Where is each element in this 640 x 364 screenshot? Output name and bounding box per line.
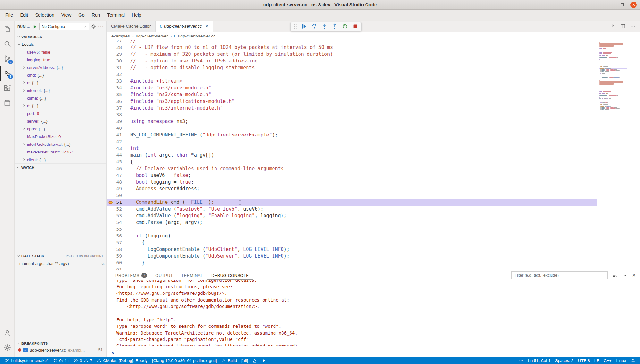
variables-section-header[interactable]: VARIABLES (15, 33, 106, 40)
code-line-54[interactable]: 54 cmd.Parse (argc, argv); (107, 219, 597, 226)
status-problems[interactable]: 07 (71, 357, 94, 364)
code-line-56[interactable]: 56 if (logging) (107, 233, 597, 239)
code-text[interactable]: // - UDP flow from n0 to n1 of 1024 byte… (130, 44, 597, 51)
code-line-30[interactable]: 30// - option to use IPv4 or IPv6 addres… (107, 58, 597, 64)
variable-internet[interactable]: internet:{...} (15, 87, 106, 94)
code-line-57[interactable]: 57 { (107, 239, 597, 246)
gutter-46[interactable]: 46 (107, 165, 130, 172)
variable-csma[interactable]: csma:{...} (15, 94, 106, 102)
variable-maxPacketCount[interactable]: maxPacketCount:32767 (15, 148, 106, 156)
gutter-43[interactable]: 43 (107, 145, 130, 152)
menu-go[interactable]: Go (75, 11, 88, 19)
status-indentation[interactable]: Spaces: 2 (553, 357, 576, 364)
gutter-47[interactable]: 47 (107, 172, 130, 179)
code-text[interactable]: LogComponentEnable ("UdpServer", LOG_LEV… (130, 253, 597, 260)
variable-d[interactable]: d:{...} (15, 102, 106, 110)
code-line-33[interactable]: 33#include <fstream> (107, 78, 597, 85)
gutter-29[interactable]: 29 (107, 51, 130, 58)
code-text[interactable] (130, 71, 597, 78)
code-line-53[interactable]: 53 cmd.AddValue ("logging", "Enable logg… (107, 212, 597, 219)
gutter-53[interactable]: 53 (107, 212, 130, 219)
code-line-59[interactable]: 59 LogComponentEnable ("UdpServer", LOG_… (107, 253, 597, 260)
code-text[interactable] (130, 138, 597, 145)
breakpoint-item[interactable]: ✓udp-client-server.ccexampl...51 (15, 346, 106, 354)
gutter-54[interactable]: 54 (107, 219, 130, 226)
code-line-43[interactable]: 43int (107, 145, 597, 152)
code-text[interactable]: #include "ns3/csma-module.h" (130, 91, 597, 98)
panel-tab-output[interactable]: OUTPUT (151, 270, 177, 280)
code-text[interactable]: // - option to disable logging statement… (130, 64, 597, 71)
code-line-28[interactable]: 28// - UDP flow from n0 to n1 of 1024 by… (107, 44, 597, 51)
menu-file[interactable]: File (2, 11, 16, 19)
code-line-61[interactable]: 61 (107, 266, 597, 270)
breakpoints-section-header[interactable]: BREAKPOINTS (15, 341, 106, 346)
variable-cmd[interactable]: cmd:{...} (15, 71, 106, 79)
code-text[interactable] (130, 226, 597, 233)
split-editor-icon[interactable] (620, 23, 626, 29)
stack-frame[interactable]: main(int argc, char ** argv)u. (15, 260, 106, 267)
gutter-33[interactable]: 33 (107, 78, 130, 85)
status-eol[interactable]: LF (592, 357, 602, 364)
code-line-34[interactable]: 34#include "ns3/core-module.h" (107, 85, 597, 91)
status-cmake-build[interactable]: Build (219, 357, 239, 364)
more-actions-icon[interactable]: ··· (98, 24, 104, 29)
code-text[interactable]: // - option to use IPv4 or IPv6 addressi… (130, 58, 597, 64)
code-line-29[interactable]: 29// - maximum of 320 packets sent (or l… (107, 51, 597, 58)
gutter-49[interactable]: 49 (107, 186, 130, 192)
code-text[interactable]: bool useV6 = false; (130, 172, 597, 179)
gutter-58[interactable]: 58 (107, 246, 130, 253)
gutter-35[interactable]: 35 (107, 91, 130, 98)
code-line-50[interactable]: 50 (107, 192, 597, 199)
gutter-40[interactable]: 40 (107, 125, 130, 132)
status-broadcast[interactable] (517, 357, 526, 364)
gutter-59[interactable]: 59 (107, 253, 130, 260)
launch-settings-gear-icon[interactable] (91, 24, 96, 29)
code-text[interactable]: NS_LOG_COMPONENT_DEFINE ("UdpClientServe… (130, 132, 597, 138)
code-text[interactable]: // - maximum of 320 packets sent (or lim… (130, 51, 597, 58)
step-into-button[interactable] (321, 23, 328, 30)
variable-logging[interactable]: logging:true (15, 56, 106, 63)
code-text[interactable]: #include "ns3/internet-module.h" (130, 105, 597, 112)
gutter-52[interactable]: 52 (107, 206, 130, 212)
code-text[interactable]: } (130, 260, 597, 266)
breadcrumb-item[interactable]: examples (111, 34, 130, 38)
code-line-36[interactable]: 36#include "ns3/applications-module.h" (107, 98, 597, 105)
gutter-38[interactable]: 38 (107, 112, 130, 118)
code-text[interactable] (130, 192, 597, 199)
more-actions-icon[interactable] (630, 23, 636, 29)
variable-serverAddress[interactable]: serverAddress:{...} (15, 63, 106, 71)
gutter-32[interactable]: 32 (107, 71, 130, 78)
code-text[interactable] (130, 125, 597, 132)
maximize-button[interactable] (619, 1, 626, 8)
status-git-branch[interactable]: buildsystem-cmake* (3, 357, 51, 364)
start-debugging-icon[interactable] (32, 24, 38, 29)
code-line-48[interactable]: 48 bool logging = true; (107, 179, 597, 186)
restart-button[interactable] (342, 23, 348, 30)
code-text[interactable]: // Declare variables used in command-lin… (130, 165, 597, 172)
activity-manage[interactable] (0, 340, 14, 355)
code-line-47[interactable]: 47 bool useV6 = false; (107, 172, 597, 179)
variable-port[interactable]: port:0 (15, 110, 106, 117)
activity-account[interactable] (0, 326, 14, 340)
activity-explorer[interactable] (0, 22, 14, 37)
code-text[interactable]: using namespace ns3; (130, 118, 597, 125)
tab-cmake-cache-editor[interactable]: CMake Cache Editor (107, 21, 156, 32)
panel-tab-terminal[interactable]: TERMINAL (177, 270, 207, 280)
code-text[interactable]: cmd.AddValue ("logging", "Enable logging… (130, 212, 597, 219)
code-text[interactable]: if (logging) (130, 233, 597, 239)
activity-source-control[interactable]: 6 (0, 51, 14, 66)
menu-terminal[interactable]: Terminal (104, 11, 128, 19)
code-text[interactable]: cmd.AddValue ("useIpv6", "Use Ipv6", use… (130, 206, 597, 212)
close-panel-icon[interactable]: × (632, 272, 636, 278)
gutter-44[interactable]: 44 (107, 152, 130, 159)
tab-udp-client-server-cc[interactable]: Cudp-client-server.cc× (156, 21, 213, 32)
gutter-34[interactable]: 34 (107, 85, 130, 91)
status-git-sync[interactable]: 0↓ 1↑ (51, 357, 72, 364)
gutter-41[interactable]: 41 (107, 132, 130, 138)
code-text[interactable]: #include <fstream> (130, 78, 597, 85)
status-notifications[interactable] (628, 357, 638, 364)
activity-package[interactable] (0, 95, 14, 110)
code-line-39[interactable]: 39using namespace ns3; (107, 118, 597, 125)
gutter-42[interactable]: 42 (107, 138, 130, 145)
activity-extensions[interactable] (0, 81, 14, 95)
